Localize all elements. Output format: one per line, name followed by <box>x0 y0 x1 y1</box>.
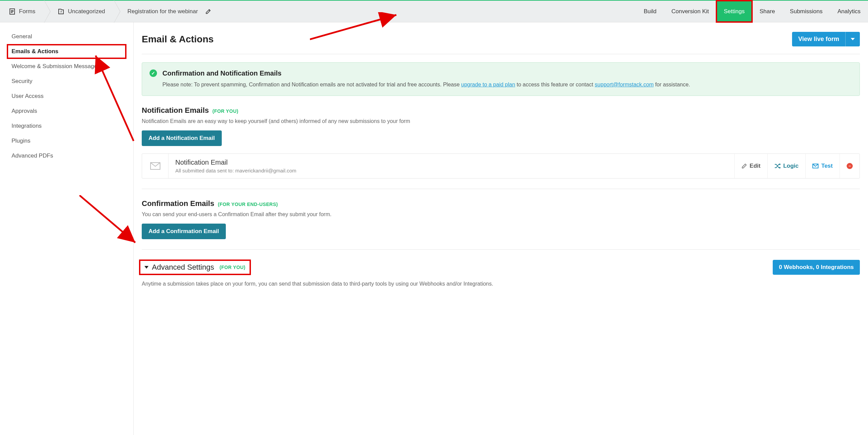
breadcrumb-category-label: Uncategorized <box>68 8 105 15</box>
caret-down-icon <box>144 266 149 269</box>
notification-email-card: Notification Email All submitted data se… <box>142 153 860 179</box>
nav-share[interactable]: Share <box>752 1 782 22</box>
sidebar-general[interactable]: General <box>0 29 133 44</box>
add-notification-email-button[interactable]: Add a Notification Email <box>142 130 222 146</box>
notification-tag: (FOR YOU) <box>213 108 238 114</box>
breadcrumb-forms-label: Forms <box>19 8 35 15</box>
breadcrumb-category[interactable]: ? Uncategorized <box>44 1 114 22</box>
caret-down-icon[interactable] <box>846 34 860 45</box>
breadcrumb: Forms ? Uncategorized Registration for t… <box>0 1 220 22</box>
main-content: Email & Actions View live form ✓ Confirm… <box>134 22 868 435</box>
confirmation-title: Confirmation Emails <box>142 199 214 208</box>
view-live-form-label: View live form <box>792 32 846 46</box>
advanced-title: Advanced Settings <box>152 263 214 272</box>
confirmation-desc: You can send your end-users a Confirmati… <box>142 211 860 218</box>
sidebar-emails-actions[interactable]: Emails & Actions <box>7 45 126 58</box>
breadcrumb-forms[interactable]: Forms <box>0 1 44 22</box>
forms-icon <box>9 8 16 15</box>
settings-sidebar: General Emails & Actions Welcome & Submi… <box>0 22 134 435</box>
delete-button[interactable]: − <box>840 154 860 178</box>
svg-text:?: ? <box>60 10 62 14</box>
support-email-link[interactable]: support@formstack.com <box>595 82 654 87</box>
breadcrumb-form-label: Registration for the webinar <box>127 8 198 15</box>
nav-analytics[interactable]: Analytics <box>830 1 868 22</box>
sidebar-welcome-message[interactable]: Welcome & Submission Message <box>0 59 133 74</box>
mail-icon <box>142 154 169 178</box>
page-title: Email & Actions <box>142 34 214 45</box>
confirmation-tag: (FOR YOUR END-USERS) <box>218 202 278 207</box>
notification-title: Notification Emails <box>142 106 209 115</box>
advanced-settings-row: Advanced Settings (FOR YOU) 0 Webhooks, … <box>142 260 860 275</box>
logic-button[interactable]: Logic <box>767 154 805 178</box>
nav-conversion-kit[interactable]: Conversion Kit <box>664 1 716 22</box>
pencil-icon[interactable] <box>205 9 211 14</box>
notification-emails-section: Notification Emails (FOR YOU) Notificati… <box>142 106 860 179</box>
sidebar-approvals[interactable]: Approvals <box>0 104 133 119</box>
nav-build[interactable]: Build <box>636 1 664 22</box>
sidebar-integrations[interactable]: Integrations <box>0 119 133 133</box>
info-alert: ✓ Confirmation and Notification Emails P… <box>142 62 860 96</box>
advanced-settings-toggle[interactable]: Advanced Settings (FOR YOU) <box>140 261 250 274</box>
nav-settings[interactable]: Settings <box>716 1 752 22</box>
top-bar: Forms ? Uncategorized Registration for t… <box>0 0 868 22</box>
minus-circle-icon: − <box>847 163 853 169</box>
sidebar-plugins[interactable]: Plugins <box>0 133 133 148</box>
sidebar-user-access[interactable]: User Access <box>0 89 133 104</box>
view-live-form-button[interactable]: View live form <box>792 32 860 46</box>
advanced-desc: Anytime a submission takes place on your… <box>142 281 860 287</box>
folder-question-icon: ? <box>58 8 64 15</box>
pencil-icon <box>742 163 747 169</box>
advanced-tag: (FOR YOU) <box>219 265 245 270</box>
upgrade-link[interactable]: upgrade to a paid plan <box>461 82 515 87</box>
alert-title: Confirmation and Notification Emails <box>162 69 852 77</box>
confirmation-emails-section: Confirmation Emails (FOR YOUR END-USERS)… <box>142 199 860 239</box>
check-circle-icon: ✓ <box>150 69 157 77</box>
card-title: Notification Email <box>175 159 728 166</box>
send-icon <box>812 164 818 168</box>
add-confirmation-email-button[interactable]: Add a Confirmation Email <box>142 224 226 239</box>
sidebar-security[interactable]: Security <box>0 74 133 89</box>
top-nav: Build Conversion Kit Settings Share Subm… <box>636 1 868 22</box>
test-button[interactable]: Test <box>805 154 840 178</box>
sidebar-advanced-pdfs[interactable]: Advanced PDFs <box>0 148 133 163</box>
card-subtitle: All submitted data sent to: maverickandr… <box>175 168 728 173</box>
webhooks-integrations-button[interactable]: 0 Webhooks, 0 Integrations <box>773 260 860 275</box>
shuffle-icon <box>774 163 781 169</box>
breadcrumb-form[interactable]: Registration for the webinar <box>114 1 220 22</box>
alert-text: Please note: To prevent spamming, Confir… <box>162 81 852 89</box>
edit-button[interactable]: Edit <box>734 154 767 178</box>
nav-submissions[interactable]: Submissions <box>783 1 830 22</box>
notification-desc: Notification Emails are an easy way to k… <box>142 118 860 124</box>
